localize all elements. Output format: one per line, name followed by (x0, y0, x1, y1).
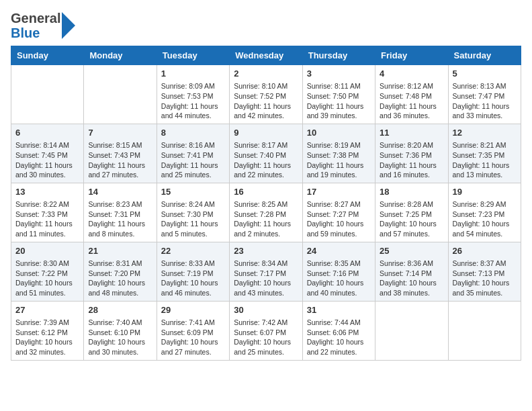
cell-info: Daylight: 11 hours and 42 minutes. (234, 101, 298, 121)
cell-info: Sunrise: 8:36 AM (380, 259, 443, 269)
cell-info: Sunset: 6:09 PM (161, 328, 225, 338)
calendar-cell: 7Sunrise: 8:15 AMSunset: 7:43 PMDaylight… (84, 124, 157, 183)
weekday-header-cell: Tuesday (157, 46, 229, 65)
calendar-cell: 26Sunrise: 8:37 AMSunset: 7:13 PMDayligh… (448, 242, 521, 301)
day-number: 28 (88, 304, 152, 316)
calendar-cell: 12Sunrise: 8:21 AMSunset: 7:35 PMDayligh… (448, 124, 521, 183)
day-number: 16 (234, 186, 298, 198)
calendar-cell: 22Sunrise: 8:33 AMSunset: 7:19 PMDayligh… (157, 242, 229, 301)
cell-info: Daylight: 10 hours and 30 minutes. (88, 337, 152, 357)
cell-info: Sunrise: 7:42 AM (234, 318, 298, 328)
cell-info: Sunset: 7:53 PM (161, 91, 225, 101)
cell-info: Sunrise: 8:20 AM (380, 140, 443, 150)
calendar-cell (84, 65, 157, 124)
day-number: 15 (161, 186, 225, 198)
cell-info: Daylight: 11 hours and 11 minutes. (15, 219, 79, 238)
cell-info: Sunrise: 8:30 AM (15, 259, 79, 269)
cell-info: Daylight: 10 hours and 22 minutes. (307, 337, 371, 357)
cell-info: Sunrise: 8:27 AM (307, 199, 371, 210)
day-number: 5 (453, 68, 517, 80)
calendar-cell: 14Sunrise: 8:23 AMSunset: 7:31 PMDayligh… (84, 183, 157, 242)
cell-info: Sunrise: 8:14 AM (15, 140, 79, 150)
day-number: 9 (234, 127, 298, 139)
calendar-body: 1Sunrise: 8:09 AMSunset: 7:53 PMDaylight… (11, 65, 521, 361)
calendar-cell: 25Sunrise: 8:36 AMSunset: 7:14 PMDayligh… (375, 242, 448, 301)
header: General Blue (11, 11, 521, 40)
day-number: 6 (15, 127, 79, 139)
calendar-cell: 28Sunrise: 7:40 AMSunset: 6:10 PMDayligh… (84, 301, 157, 360)
cell-info: Sunset: 7:40 PM (234, 150, 298, 161)
weekday-header-cell: Sunday (11, 46, 84, 65)
calendar-table: SundayMondayTuesdayWednesdayThursdayFrid… (11, 46, 521, 361)
calendar-cell: 15Sunrise: 8:24 AMSunset: 7:30 PMDayligh… (157, 183, 229, 242)
cell-info: Sunset: 7:19 PM (161, 269, 225, 279)
cell-info: Sunset: 7:16 PM (307, 269, 371, 279)
day-number: 20 (15, 245, 79, 257)
cell-info: Sunrise: 8:13 AM (453, 81, 517, 91)
cell-info: Sunrise: 7:39 AM (15, 318, 79, 328)
svg-marker-0 (62, 12, 75, 39)
cell-info: Sunset: 7:31 PM (88, 210, 152, 220)
weekday-header-cell: Wednesday (230, 46, 302, 65)
cell-info: Sunset: 6:07 PM (234, 328, 298, 338)
cell-info: Daylight: 11 hours and 5 minutes. (161, 219, 225, 238)
cell-info: Sunset: 6:12 PM (15, 328, 79, 338)
day-number: 24 (307, 245, 371, 257)
cell-info: Daylight: 11 hours and 25 minutes. (161, 161, 225, 180)
day-number: 13 (15, 186, 79, 198)
cell-info: Daylight: 10 hours and 25 minutes. (234, 337, 298, 357)
cell-info: Daylight: 11 hours and 8 minutes. (88, 219, 152, 238)
calendar-cell: 13Sunrise: 8:22 AMSunset: 7:33 PMDayligh… (11, 183, 84, 242)
cell-info: Sunrise: 8:25 AM (234, 199, 298, 210)
cell-info: Sunset: 7:13 PM (453, 269, 517, 279)
cell-info: Sunrise: 8:35 AM (307, 259, 371, 269)
day-number: 22 (161, 245, 225, 257)
cell-info: Sunrise: 8:15 AM (88, 140, 152, 150)
cell-info: Sunrise: 8:31 AM (88, 259, 152, 269)
day-number: 12 (453, 127, 517, 139)
cell-info: Sunset: 6:10 PM (88, 328, 152, 338)
cell-info: Sunset: 7:33 PM (15, 210, 79, 220)
cell-info: Sunrise: 8:11 AM (307, 81, 371, 91)
cell-info: Daylight: 11 hours and 44 minutes. (161, 101, 225, 121)
calendar-cell: 31Sunrise: 7:44 AMSunset: 6:06 PMDayligh… (302, 301, 375, 360)
day-number: 2 (234, 68, 298, 80)
calendar-cell: 29Sunrise: 7:41 AMSunset: 6:09 PMDayligh… (157, 301, 229, 360)
cell-info: Daylight: 10 hours and 54 minutes. (453, 219, 517, 238)
calendar-cell: 30Sunrise: 7:42 AMSunset: 6:07 PMDayligh… (230, 301, 302, 360)
weekday-header-cell: Saturday (448, 46, 521, 65)
day-number: 27 (15, 304, 79, 316)
cell-info: Daylight: 10 hours and 38 minutes. (380, 278, 443, 298)
cell-info: Daylight: 11 hours and 39 minutes. (307, 101, 371, 121)
calendar-cell: 19Sunrise: 8:29 AMSunset: 7:23 PMDayligh… (448, 183, 521, 242)
calendar-cell (375, 301, 448, 360)
cell-info: Sunset: 7:45 PM (15, 150, 79, 161)
cell-info: Sunset: 7:52 PM (234, 91, 298, 101)
cell-info: Sunset: 7:23 PM (453, 210, 517, 220)
calendar-cell: 8Sunrise: 8:16 AMSunset: 7:41 PMDaylight… (157, 124, 229, 183)
cell-info: Daylight: 10 hours and 59 minutes. (307, 219, 371, 238)
calendar-cell: 5Sunrise: 8:13 AMSunset: 7:47 PMDaylight… (448, 65, 521, 124)
day-number: 19 (453, 186, 517, 198)
cell-info: Sunrise: 8:23 AM (88, 199, 152, 210)
cell-info: Sunrise: 8:37 AM (453, 259, 517, 269)
cell-info: Sunrise: 8:21 AM (453, 140, 517, 150)
calendar-cell: 21Sunrise: 8:31 AMSunset: 7:20 PMDayligh… (84, 242, 157, 301)
cell-info: Sunset: 7:36 PM (380, 150, 443, 161)
cell-info: Daylight: 11 hours and 16 minutes. (380, 161, 443, 180)
calendar-cell: 2Sunrise: 8:10 AMSunset: 7:52 PMDaylight… (230, 65, 302, 124)
weekday-header-row: SundayMondayTuesdayWednesdayThursdayFrid… (11, 46, 521, 65)
day-number: 11 (380, 127, 443, 139)
calendar-cell: 3Sunrise: 8:11 AMSunset: 7:50 PMDaylight… (302, 65, 375, 124)
cell-info: Daylight: 10 hours and 32 minutes. (15, 337, 79, 357)
calendar-week-row: 27Sunrise: 7:39 AMSunset: 6:12 PMDayligh… (11, 301, 521, 360)
day-number: 17 (307, 186, 371, 198)
cell-info: Sunrise: 7:44 AM (307, 318, 371, 328)
cell-info: Sunrise: 8:28 AM (380, 199, 443, 210)
day-number: 1 (161, 68, 225, 80)
cell-info: Sunset: 7:30 PM (161, 210, 225, 220)
cell-info: Daylight: 10 hours and 48 minutes. (88, 278, 152, 298)
cell-info: Sunset: 7:27 PM (307, 210, 371, 220)
cell-info: Daylight: 11 hours and 33 minutes. (453, 101, 517, 121)
calendar-week-row: 1Sunrise: 8:09 AMSunset: 7:53 PMDaylight… (11, 65, 521, 124)
